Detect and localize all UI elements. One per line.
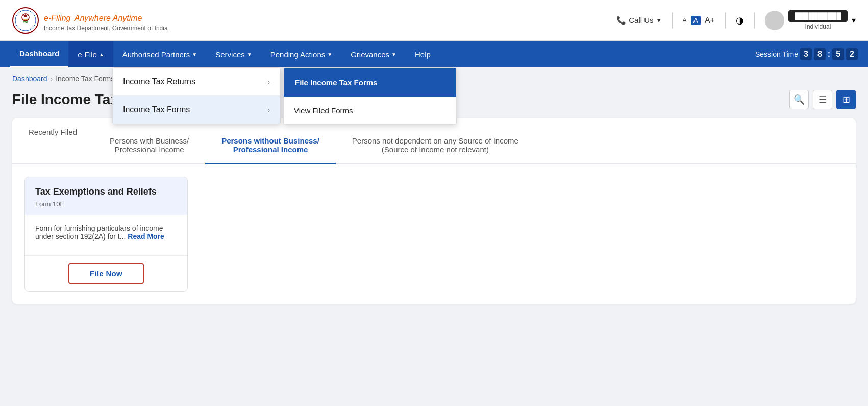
breadcrumb-sep: › <box>51 75 53 83</box>
sub-view-filed-forms[interactable]: View Filed Forms <box>284 97 456 124</box>
top-header: 🇮🇳 e-Filing Anywhere Anytime Income Tax … <box>0 0 868 41</box>
divider-2 <box>725 13 726 28</box>
main-nav: Dashboard e-File ▲ Authorised Partners ▼… <box>0 41 868 67</box>
nav-grievances-arrow: ▼ <box>391 52 396 57</box>
dropdown-income-tax-returns[interactable]: Income Tax Returns › <box>113 68 280 96</box>
tabs-row: Recently Filed Persons with Business/ Pr… <box>12 118 856 164</box>
timer-d4: 2 <box>846 48 858 60</box>
user-dropdown-arrow[interactable]: ▾ <box>852 15 856 25</box>
nav-services-arrow: ▼ <box>247 52 252 57</box>
breadcrumb-dashboard[interactable]: Dashboard <box>12 75 47 83</box>
view-controls: 🔍 ☰ ⊞ <box>789 90 856 109</box>
font-controls: A A A+ <box>683 16 715 25</box>
form-card-subtitle: Form 10E <box>35 200 177 208</box>
dropdown-itr-arrow: › <box>268 78 270 86</box>
content-card: Recently Filed Persons with Business/ Pr… <box>12 118 856 304</box>
list-view-button[interactable]: ☰ <box>813 90 832 109</box>
logo-tagline: Anywhere Anytime <box>75 14 142 22</box>
breadcrumb-current: Income Tax Forms <box>56 75 114 83</box>
nav-dashboard-label: Dashboard <box>19 49 59 58</box>
font-large-button[interactable]: A+ <box>705 16 715 25</box>
divider-1 <box>672 13 673 28</box>
read-more-link[interactable]: Read More <box>128 232 164 241</box>
call-us-button[interactable]: 📞 Call Us ▼ <box>616 16 661 25</box>
form-card-footer: File Now <box>25 256 187 291</box>
search-button[interactable]: 🔍 <box>789 90 809 109</box>
nav-help[interactable]: Help <box>406 41 440 67</box>
divider-3 <box>754 13 755 28</box>
timer-sep1: : <box>828 50 830 59</box>
dropdown-itf-arrow: › <box>268 106 270 114</box>
session-label: Session Time <box>755 50 798 58</box>
user-area: ██████████ Individual ▾ <box>765 10 856 30</box>
nav-dashboard[interactable]: Dashboard <box>10 41 68 67</box>
timer-d1: 3 <box>800 48 812 60</box>
nav-help-label: Help <box>415 50 431 59</box>
form-card-10e: Tax Exemptions and Reliefs Form 10E Form… <box>24 177 188 292</box>
tab-without-business-label: Persons without Business/ Professional I… <box>221 136 319 154</box>
call-us-arrow: ▼ <box>656 17 662 23</box>
nav-pending-actions-arrow: ▼ <box>327 52 332 57</box>
sub-dropdown: File Income Tax Forms View Filed Forms <box>283 67 457 125</box>
nav-authorised-partners-arrow: ▼ <box>192 52 197 57</box>
logo-title-text: e-Filing <box>44 14 70 22</box>
dropdown-itf-label: Income Tax Forms <box>123 105 190 114</box>
tab-not-dependent-label: Persons not dependent on any Source of I… <box>352 136 518 154</box>
nav-efile-arrow: ▲ <box>99 52 104 57</box>
tab-business-income[interactable]: Persons with Business/ Professional Inco… <box>93 118 205 164</box>
nav-efile-label: e-File <box>78 50 97 59</box>
nav-services-label: Services <box>215 50 245 59</box>
tab-recently-filed[interactable]: Recently Filed <box>12 118 93 164</box>
logo-subtitle: Income Tax Department, Government of Ind… <box>44 25 168 32</box>
tab-recently-filed-label: Recently Filed <box>29 128 77 136</box>
logo-title: e-Filing Anywhere Anytime <box>44 9 168 25</box>
timer-d2: 8 <box>814 48 826 60</box>
tab-without-business[interactable]: Persons without Business/ Professional I… <box>205 118 336 164</box>
nav-pending-actions-label: Pending Actions <box>270 50 326 59</box>
nav-pending-actions[interactable]: Pending Actions ▼ <box>261 41 341 67</box>
form-card-title: Tax Exemptions and Reliefs <box>35 186 177 197</box>
call-us-label: Call Us <box>629 16 653 25</box>
user-type: Individual <box>788 23 848 30</box>
sub-file-label: File Income Tax Forms <box>295 78 377 87</box>
forms-grid: Tax Exemptions and Reliefs Form 10E Form… <box>12 164 856 304</box>
dropdown-itr-label: Income Tax Returns <box>123 77 195 86</box>
user-name-box: ██████████ Individual <box>788 10 848 30</box>
emblem-icon: 🇮🇳 <box>12 7 39 34</box>
phone-icon: 📞 <box>616 16 626 25</box>
header-right: 📞 Call Us ▼ A A A+ ◑ ██████████ Individu… <box>616 10 856 30</box>
nav-services[interactable]: Services ▼ <box>206 41 261 67</box>
nav-authorised-partners[interactable]: Authorised Partners ▼ <box>113 41 206 67</box>
font-medium-button[interactable]: A <box>691 16 701 25</box>
efile-dropdown: Income Tax Returns › Income Tax Forms › <box>112 67 281 124</box>
file-now-button[interactable]: File Now <box>68 263 144 284</box>
tab-business-income-label: Persons with Business/ Professional Inco… <box>110 136 189 154</box>
tab-not-dependent[interactable]: Persons not dependent on any Source of I… <box>336 118 535 164</box>
sub-view-label: View Filed Forms <box>294 106 353 115</box>
user-avatar <box>765 11 784 30</box>
grid-view-button[interactable]: ⊞ <box>836 90 856 109</box>
timer-d3: 5 <box>832 48 844 60</box>
dropdown-income-tax-forms[interactable]: Income Tax Forms › <box>113 96 280 124</box>
logo-text: e-Filing Anywhere Anytime Income Tax Dep… <box>44 9 168 32</box>
nav-efile[interactable]: e-File ▲ <box>68 41 113 67</box>
form-card-header: Tax Exemptions and Reliefs Form 10E <box>25 177 187 215</box>
sub-file-income-tax-forms[interactable]: File Income Tax Forms <box>284 68 456 97</box>
nav-authorised-partners-label: Authorised Partners <box>122 50 190 59</box>
contrast-button[interactable]: ◑ <box>736 15 744 26</box>
session-timer: Session Time 3 8 : 5 2 <box>755 48 858 60</box>
form-card-body: Form for furnishing particulars of incom… <box>25 215 187 256</box>
nav-grievances[interactable]: Grievances ▼ <box>341 41 406 67</box>
font-small-button[interactable]: A <box>683 17 687 24</box>
nav-grievances-label: Grievances <box>351 50 389 59</box>
user-name: ██████████ <box>788 10 848 22</box>
logo-area: 🇮🇳 e-Filing Anywhere Anytime Income Tax … <box>12 7 168 34</box>
